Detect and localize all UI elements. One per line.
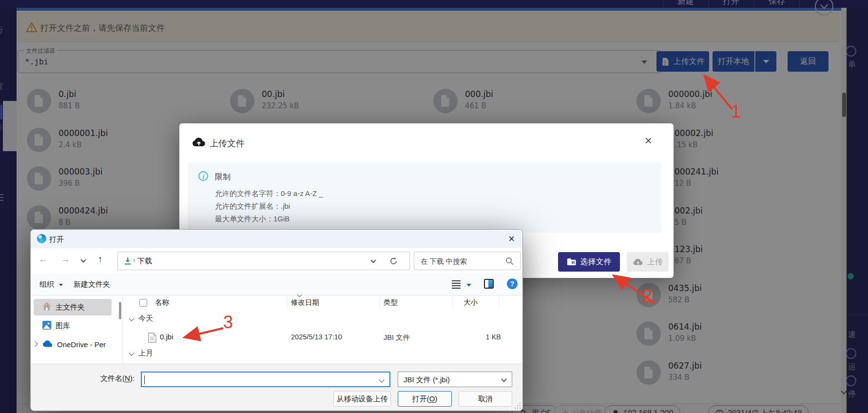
upload-modal-title: 上传文件 [210,138,245,149]
column-header-size[interactable]: 大小 [463,298,478,307]
edge-browser-icon [37,234,46,243]
restrictions-infobox: i 限制 允许的文件名字符：0-9 a-z A-Z _ 允许的文件扩展名：.jb… [188,162,661,233]
choose-file-button[interactable]: 选择文件 [558,252,620,272]
document-icon [148,333,156,343]
file-date: 2025/5/13 17:10 [291,333,342,341]
column-header-type[interactable]: 类型 [384,298,398,307]
nav-recent-chevron-icon[interactable] [80,257,86,262]
filename-label: 文件名(N): [100,374,135,383]
group-collapse-icon[interactable] [129,350,134,355]
dialog-title-bar[interactable]: 打开 × [31,230,522,248]
view-caret-icon[interactable] [466,284,471,287]
filetype-select[interactable]: JBI 文件 (*.jbi) [398,372,512,387]
upload-from-mobile-button[interactable]: 从移动设备上传 [333,391,391,407]
nav-back-icon[interactable]: ← [39,254,48,265]
column-header-name[interactable]: 名称 [155,298,169,307]
filename-dropdown-icon[interactable] [379,377,384,382]
sidebar-scrollbar[interactable] [119,302,121,319]
cloud-upload-icon [633,258,643,266]
preview-pane-icon[interactable] [484,279,494,289]
dialog-toolbar: 组织 新建文件夹 ? [31,274,522,295]
sidebar-item-gallery[interactable]: 图库 [34,317,112,334]
choose-file-label: 选择文件 [580,257,612,267]
dialog-title: 打开 [49,235,64,244]
sidebar-item-label: 图库 [56,321,70,331]
search-text: 在 下载 中搜索 [421,257,467,266]
close-icon[interactable]: × [508,233,515,245]
open-button[interactable]: 打开(O) [398,391,452,407]
gallery-icon [42,321,51,331]
breadcrumb[interactable]: 下载 [137,256,152,266]
filetype-value: JBI 文件 (*.jbi) [404,375,450,385]
search-icon [505,257,514,265]
restriction-line: 允许的文件名字符：0-9 a-z A-Z _ [215,189,323,198]
file-type: JBI 文件 [384,333,410,342]
onedrive-icon [42,340,53,349]
restriction-line: 最大单文件大小：1GiB [215,215,289,224]
group-label-lastmonth[interactable]: 上月 [138,349,153,358]
view-list-icon[interactable] [452,280,461,290]
dialog-footer: 文件名(N): JBI 文件 (*.jbi) 从移动设备上传 打开(O) 取消 [31,364,522,411]
file-size: 1 KB [463,333,501,341]
sidebar-item-label: OneDrive - Per [57,340,106,349]
cloud-upload-icon [192,137,206,147]
home-icon [42,302,51,312]
nav-forward-icon[interactable]: → [61,254,70,265]
windows-open-dialog: 打开 × ← → ↑ › 下载 在 下载 中搜索 组织 [30,229,523,411]
restrictions-title: 限制 [215,172,231,182]
sidebar-item-label: 主文件夹 [56,303,85,312]
cancel-button[interactable]: 取消 [459,391,512,407]
restriction-line: 允许的文件扩展名：.jbi [215,202,290,211]
organize-caret-icon [59,284,63,286]
filename-input[interactable] [141,372,390,387]
breadcrumb-separator: › [133,256,135,264]
dialog-file-list: 名称 修改日期 类型 大小 今天 0.jbi 2025/5/13 17:10 J… [122,296,523,364]
close-icon[interactable]: × [645,134,652,147]
new-folder-button[interactable]: 新建文件夹 [74,280,110,289]
sidebar-item-home[interactable]: 主文件夹 [34,299,112,315]
sidebar-item-onedrive[interactable]: OneDrive - Per [34,336,112,353]
file-row[interactable]: 0.jbi 2025/5/13 17:10 JBI 文件 1 KB [122,330,523,346]
upload-label: 上传 [647,257,663,267]
organize-button[interactable]: 组织 [39,280,54,289]
group-label-today[interactable]: 今天 [138,314,153,323]
file-name[interactable]: 0.jbi [160,333,174,341]
text-caret [144,375,145,384]
help-button[interactable]: ? [507,278,518,289]
nav-up-icon[interactable]: ↑ [98,254,103,265]
column-header-date[interactable]: 修改日期 [291,298,319,307]
search-box[interactable]: 在 下载 中搜索 [414,252,521,270]
address-dropdown-icon[interactable] [370,257,376,263]
filetype-caret-icon [501,376,506,382]
group-collapse-icon[interactable] [129,315,134,321]
downloads-folder-icon [124,257,132,265]
address-bar[interactable]: › 下载 [117,252,410,270]
info-icon: i [198,171,208,181]
select-all-checkbox[interactable] [139,299,147,307]
refresh-icon[interactable] [389,257,398,265]
screen: 新建打开保存 行置序 打开文件之前，请先保存当前文件 文件过滤器 *.jbi 上… [0,0,868,413]
upload-button[interactable]: 上传 [627,252,669,272]
resize-grip[interactable] [514,402,521,409]
folder-icon [567,258,576,266]
